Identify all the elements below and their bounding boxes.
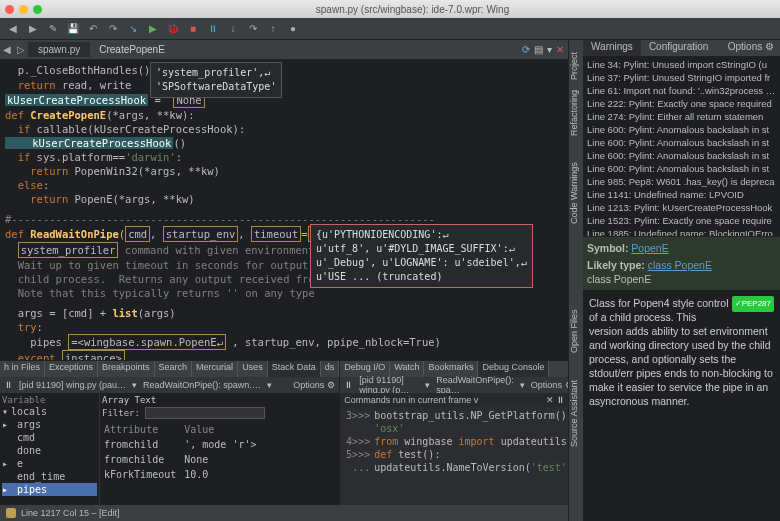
pause-small-icon[interactable]: ⏸ bbox=[344, 380, 353, 390]
status-icon bbox=[6, 508, 16, 518]
warning-item[interactable]: Line 1523: Pylint: Exactly one space req… bbox=[587, 214, 776, 227]
step-over-icon[interactable]: ↷ bbox=[246, 22, 260, 36]
filter-input[interactable] bbox=[145, 407, 265, 419]
minimize-window-icon[interactable] bbox=[19, 5, 28, 14]
back-icon[interactable]: ◀ bbox=[6, 22, 20, 36]
run-icon[interactable]: ▶ bbox=[146, 22, 160, 36]
warning-item[interactable]: Line 1213: Pylint: kUserCreateProcessHoo… bbox=[587, 201, 776, 214]
pep-badge[interactable]: ✓PEP287 bbox=[732, 296, 774, 312]
code-editor[interactable]: p._CloseBothHandles() None return read, … bbox=[0, 60, 568, 360]
debug-icon[interactable]: 🐞 bbox=[166, 22, 180, 36]
variable-tree[interactable]: Variable ▾locals▸ args cmd done▸ e end_t… bbox=[0, 393, 100, 505]
options-link[interactable]: Options bbox=[293, 380, 324, 390]
var-pipes[interactable]: ▸ pipes bbox=[2, 483, 97, 496]
var-end_time[interactable]: end_time bbox=[2, 470, 97, 483]
side-tabs-upper[interactable]: Code Warnings Refactoring Project bbox=[569, 40, 583, 236]
titlebar: spawn.py (src/wingbase): ide-7.0.wpr: Wi… bbox=[0, 0, 780, 18]
stack-data-panel: h in FilesExceptionsBreakpointsSearchMer… bbox=[0, 361, 340, 505]
source-assistant: Symbol: PopenE Likely type: class PopenE… bbox=[583, 236, 780, 521]
zoom-window-icon[interactable] bbox=[33, 5, 42, 14]
warning-item[interactable]: Line 600: Pylint: Anomalous backslash in… bbox=[587, 136, 776, 149]
tab-breakpoints[interactable]: Breakpoints bbox=[98, 361, 155, 377]
close-window-icon[interactable] bbox=[5, 5, 14, 14]
warning-item[interactable]: Line 985: Pep8: W601 .has_key() is depre… bbox=[587, 175, 776, 188]
tool-menu-icon[interactable]: ▾ bbox=[547, 44, 552, 55]
tab-uses[interactable]: Uses bbox=[238, 361, 268, 377]
warnings-list[interactable]: Line 34: Pylint: Unused import cStringIO… bbox=[583, 56, 780, 236]
warning-item[interactable]: Line 61: Import not found: '..win32proce… bbox=[587, 84, 776, 97]
tab-stack-data[interactable]: Stack Data bbox=[268, 361, 321, 377]
attr-row[interactable]: fromchildeNone bbox=[104, 453, 263, 466]
attr-row[interactable]: kForkTimeout10.0 bbox=[104, 468, 263, 481]
file-tab-spawn[interactable]: spawn.py bbox=[28, 42, 90, 57]
warning-item[interactable]: Line 222: Pylint: Exactly one space requ… bbox=[587, 97, 776, 110]
tab-mercurial[interactable]: Mercurial bbox=[192, 361, 238, 377]
warnings-tabs: Warnings Configuration Options ⚙ bbox=[583, 40, 780, 56]
var-locals[interactable]: ▾locals bbox=[2, 405, 97, 418]
nav-back-icon[interactable]: ◀ bbox=[0, 43, 14, 57]
redo-icon[interactable]: ↷ bbox=[106, 22, 120, 36]
warning-item[interactable]: Line 1141: Undefined name: LPVOID bbox=[587, 188, 776, 201]
new-file-icon[interactable]: ✎ bbox=[46, 22, 60, 36]
tooltip-system-profiler: 'system_profiler',↵'SPSoftwareDataType' bbox=[150, 62, 282, 98]
tab-h-in-files[interactable]: h in Files bbox=[0, 361, 45, 377]
tab-ds[interactable]: ds bbox=[321, 361, 340, 377]
var-done[interactable]: done bbox=[2, 444, 97, 457]
tool-split-icon[interactable]: ▤ bbox=[534, 44, 543, 55]
attr-row[interactable]: fromchild', mode 'r'> bbox=[104, 438, 263, 451]
warning-item[interactable]: Line 34: Pylint: Unused import cStringIO… bbox=[587, 58, 776, 71]
warning-item[interactable]: Line 274: Pylint: Either all return stat… bbox=[587, 110, 776, 123]
side-tabs-lower[interactable]: Source Assistant Open Files bbox=[569, 236, 583, 521]
options-link[interactable]: Options bbox=[531, 380, 562, 390]
warning-item[interactable]: Line 37: Pylint: Unused StringIO importe… bbox=[587, 71, 776, 84]
pause-small-icon[interactable]: ⏸ bbox=[4, 380, 13, 390]
var-e[interactable]: ▸ e bbox=[2, 457, 97, 470]
tab-warnings[interactable]: Warnings bbox=[583, 40, 641, 56]
editor-tabs: ◀ ▷ spawn.py CreatePopenE ⟳ ▤ ▾ ✕ bbox=[0, 40, 568, 60]
var-args[interactable]: ▸ args bbox=[2, 418, 97, 431]
main-toolbar: ◀ ▶ ✎ 💾 ↶ ↷ ↘ ▶ 🐞 ■ ⏸ ↓ ↷ ↑ ● bbox=[0, 18, 780, 40]
bottom-left-tabs: h in FilesExceptionsBreakpointsSearchMer… bbox=[0, 361, 339, 377]
warning-item[interactable]: Line 600: Pylint: Anomalous backslash in… bbox=[587, 149, 776, 162]
save-icon[interactable]: 💾 bbox=[66, 22, 80, 36]
tool-zoom-icon[interactable]: ⟳ bbox=[522, 44, 530, 55]
pause-icon[interactable]: ⏸ bbox=[206, 22, 220, 36]
tooltip-env-dict: {u'PYTHONIOENCODING':↵u'utf_8', u'#DYLD_… bbox=[310, 224, 533, 288]
breakpoint-icon[interactable]: ● bbox=[286, 22, 300, 36]
step-out-icon[interactable]: ↑ bbox=[266, 22, 280, 36]
doc-text: Class for Popen4 style control of a chil… bbox=[589, 296, 774, 408]
tab-search[interactable]: Search bbox=[155, 361, 193, 377]
var-cmd[interactable]: cmd bbox=[2, 431, 97, 444]
warnings-options[interactable]: Options ⚙ bbox=[722, 40, 780, 56]
detail-tabs[interactable]: Array Text bbox=[102, 395, 156, 405]
warning-item[interactable]: Line 600: Pylint: Anomalous backslash in… bbox=[587, 162, 776, 175]
window-title: spawn.py (src/wingbase): ide-7.0.wpr: Wi… bbox=[50, 4, 775, 15]
type-link[interactable]: class PopenE bbox=[648, 259, 712, 271]
cursor-position: Line 1217 Col 15 – [Edit] bbox=[21, 508, 120, 518]
attribute-table[interactable]: AttributeValue fromchild', mode 'r'>from… bbox=[102, 421, 265, 483]
tool-close-icon[interactable]: ✕ bbox=[556, 44, 564, 55]
step-in-icon[interactable]: ↓ bbox=[226, 22, 240, 36]
forward-icon[interactable]: ▶ bbox=[26, 22, 40, 36]
undo-icon[interactable]: ↶ bbox=[86, 22, 100, 36]
gear-icon[interactable]: ⚙ bbox=[327, 380, 335, 390]
symbol-dropdown[interactable]: CreatePopenE bbox=[91, 42, 518, 57]
warning-item[interactable]: Line 600: Pylint: Anomalous backslash in… bbox=[587, 123, 776, 136]
symbol-link[interactable]: PopenE bbox=[631, 242, 668, 254]
warning-item[interactable]: Line 1885: Undefined name: BlockingIOErr… bbox=[587, 227, 776, 236]
debug-console-panel: Debug I/OWatchBookmarksDebug Console ⏸ [… bbox=[340, 361, 577, 505]
tab-exceptions[interactable]: Exceptions bbox=[45, 361, 98, 377]
symbol-kusercreateprocesshook: kUserCreateProcessHook bbox=[5, 94, 148, 106]
statusbar: Line 1217 Col 15 – [Edit] bbox=[0, 505, 568, 521]
nav-fwd-icon[interactable]: ▷ bbox=[14, 43, 28, 57]
tab-configuration[interactable]: Configuration bbox=[641, 40, 716, 56]
goto-icon[interactable]: ↘ bbox=[126, 22, 140, 36]
debug-console[interactable]: 3>>>bootstrap_utils.NP_GetPlatform() 'os… bbox=[340, 407, 577, 476]
stop-icon[interactable]: ■ bbox=[186, 22, 200, 36]
